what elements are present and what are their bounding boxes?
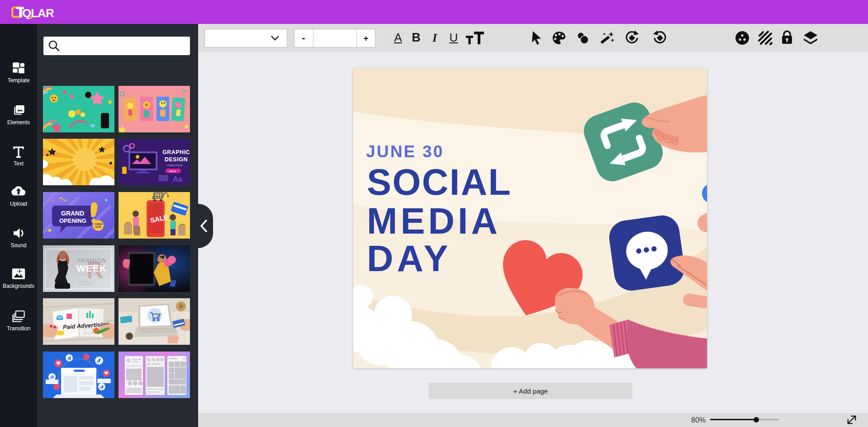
svg-text:WEEK: WEEK — [76, 263, 107, 273]
svg-text:QLAR: QLAR — [22, 6, 54, 19]
svg-text:COMING: COMING — [94, 223, 103, 225]
svg-text:DAY: DAY — [367, 238, 452, 279]
svg-text:JUNE 30: JUNE 30 — [366, 142, 444, 161]
svg-text:Aa: Aa — [173, 175, 182, 183]
svg-text:SOON: SOON — [95, 226, 101, 228]
svg-text:OPENING: OPENING — [59, 217, 86, 224]
svg-text:READ: READ — [169, 170, 176, 173]
svg-text:GRAND: GRAND — [61, 210, 84, 217]
svg-text:DESIGN: DESIGN — [165, 156, 188, 163]
svg-text:LOREM IPSUM: LOREM IPSUM — [166, 164, 182, 167]
svg-text:GRAPHIC: GRAPHIC — [162, 149, 190, 155]
svg-text:MEDIA: MEDIA — [367, 201, 501, 241]
svg-text:SOCIAL: SOCIAL — [367, 162, 512, 202]
